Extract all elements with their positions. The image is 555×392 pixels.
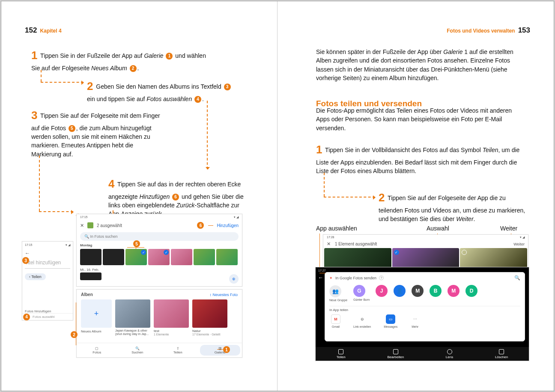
step-number: 2 [87, 80, 94, 93]
screenshot-albums: Alben ↕ Neuestes Foto + Neues Album Japa… [76, 289, 242, 358]
step-3: 3 Tippen Sie auf der Folgeseite mit dem … [31, 108, 164, 159]
page-right: Fotos und Videos verwalten 153 Sie könne… [278, 1, 554, 391]
zoom-icon[interactable]: ⊕ [229, 274, 239, 284]
album-subtitle: 17 Elemente · Geteilt [192, 333, 227, 336]
contact-avatar[interactable]: M [412, 285, 424, 302]
connector [41, 70, 42, 82]
share-link[interactable]: ⊖ Link erstellen [353, 314, 371, 328]
photo-thumb[interactable] [103, 249, 124, 265]
avatars-row: 👥Neue GruppeGGünter BornJ👤MBMD [325, 283, 525, 303]
album-thumb[interactable] [192, 299, 227, 328]
add-photos-label: Fotos hinzufügen [25, 309, 51, 313]
photo-thumb[interactable] [216, 249, 238, 265]
share-pill[interactable]: ‹ Teilen [25, 273, 46, 280]
callout-badge-6: 6 [172, 194, 179, 200]
new-album-button[interactable]: + [81, 299, 112, 328]
contact-avatar[interactable]: M [448, 285, 460, 302]
label-weiter: Weiter [500, 224, 517, 233]
callout-badge-2s: 2 [71, 331, 78, 338]
share-more[interactable]: ⋯ Mehr [410, 314, 420, 328]
lens-icon [447, 349, 452, 354]
newest-photo-link[interactable]: ↕ Neuestes Foto [209, 293, 238, 297]
step-2r: 2 Tippen Sie auf der Folgeseite der App … [379, 190, 528, 223]
step-1r: 1 Tippen Sie in der Vollbildansicht des … [316, 142, 522, 175]
bottom-bar: Teilen Bearbeiten Lens Löschen [316, 347, 529, 361]
photo-thumb[interactable] [80, 272, 101, 280]
step-number: 4 [108, 177, 116, 190]
step-2: 2 Geben Sie den Namen des Albums ins Tex… [87, 78, 241, 103]
contact-avatar[interactable]: D [465, 285, 477, 302]
search-input[interactable]: 🔍 In Fotos suchen [80, 232, 239, 241]
nav-galerie[interactable]: ▥Galerie [200, 345, 241, 356]
callout-badge-1: 1 [166, 53, 173, 60]
contact-avatar[interactable]: GGünter Born [353, 285, 370, 302]
page-number: 153 [518, 26, 530, 34]
close-icon[interactable]: ✕ [80, 223, 84, 228]
check-icon: ✓ [164, 250, 169, 255]
link-icon: ⊖ [358, 314, 367, 324]
contact-avatar[interactable]: J [376, 285, 388, 302]
photo-thumb[interactable] [194, 249, 215, 265]
paragraph-2: Die Fotos-App ermöglicht das Teilen eine… [316, 106, 526, 132]
callout-badge-5: 5 [69, 125, 75, 132]
album-title-input[interactable]: Titel hinzufügen [25, 260, 70, 269]
albums-header: Alben [81, 292, 93, 297]
album-subtitle: 1 Elemente [154, 333, 189, 336]
paragraph-1: Sie können später in der Fußzeile der Ap… [316, 48, 522, 82]
header-right: Fotos und Videos verwalten 153 [447, 26, 530, 35]
contact-avatar[interactable]: 👤 [394, 285, 406, 302]
label-auswahl: Auswahl [427, 224, 449, 233]
step-number: 1 [31, 49, 39, 62]
book-spread: 152 Kapitel 4 1 Tippen Sie in der Fußzei… [1, 1, 554, 391]
more-icon: ⋯ [410, 314, 420, 324]
connector [207, 101, 208, 169]
share-messages[interactable]: ▭ Messages [384, 314, 397, 328]
bar-delete[interactable]: Löschen [495, 349, 508, 359]
step-1: 1 Tippen Sie in der Fußzeile der App auf… [31, 48, 211, 72]
send-title: In Google Fotos senden [335, 276, 376, 280]
connector [39, 211, 73, 212]
page-left: 152 Kapitel 4 1 Tippen Sie in der Fußzei… [1, 1, 278, 391]
photo-thumb[interactable] [171, 249, 192, 265]
select-photos-btn[interactable]: Fotos auswähl [33, 315, 55, 319]
messages-icon: ▭ [386, 314, 395, 324]
bar-bearbeiten[interactable]: Bearbeiten [387, 349, 404, 359]
callout-badge-2: 2 [130, 65, 137, 72]
contact-avatar[interactable]: B [430, 285, 442, 302]
nav-teilen[interactable]: ⇪Teilen [158, 343, 198, 357]
connector [39, 156, 40, 211]
callout-badge-3s: 3 [22, 257, 29, 264]
trash-icon [499, 349, 504, 354]
share-in-app-label: In App teilen [329, 306, 520, 312]
album-thumb[interactable] [115, 299, 150, 328]
album-title: Japan Kawagoe & other (shot during stay … [115, 329, 150, 335]
add-link[interactable]: Hinzufügen [217, 223, 239, 228]
bar-teilen[interactable]: Teilen [337, 349, 346, 359]
nav-fotos[interactable]: ▢Fotos [77, 343, 117, 357]
bar-lens[interactable]: Lens [446, 349, 453, 359]
weiter-link[interactable]: Weiter [513, 242, 525, 246]
photo-thumb[interactable] [80, 249, 101, 265]
callout-badge-1s: 1 [223, 346, 230, 353]
help-icon[interactable]: ? [379, 275, 384, 280]
connector [41, 82, 84, 83]
check-icon: ✓ [394, 250, 399, 255]
screenshot-new-album: 17:15▾ ◢ ← 3 Titel hinzufügen ‹ Teilen F… [22, 241, 73, 320]
day-header: Montag [77, 242, 242, 248]
selected-count: 1 Element ausgewählt [335, 242, 377, 246]
share-gmail[interactable]: M Gmail [331, 314, 340, 328]
connector [324, 173, 325, 197]
screenshot-share-panel: ✦ In Google Fotos senden ? 🔍 👥Neue Grupp… [325, 272, 525, 341]
album-thumb[interactable] [154, 299, 189, 328]
callout-badge-4s: 4 [23, 314, 30, 320]
check-icon: ✓ [141, 250, 146, 255]
gmail-icon: M [331, 314, 340, 324]
search-icon[interactable]: 🔍 [514, 275, 520, 281]
contact-new-group[interactable]: 👥Neue Gruppe [329, 285, 347, 302]
page-number: 152 [25, 26, 37, 34]
close-icon[interactable]: ✕ [327, 241, 331, 247]
nav-suchen[interactable]: 🔍Suchen [117, 343, 158, 357]
step-4: 4 Tippen Sie auf das in der rechten ober… [108, 176, 245, 218]
edit-icon [393, 349, 398, 354]
chapter-label: Kapitel 4 [40, 28, 62, 34]
